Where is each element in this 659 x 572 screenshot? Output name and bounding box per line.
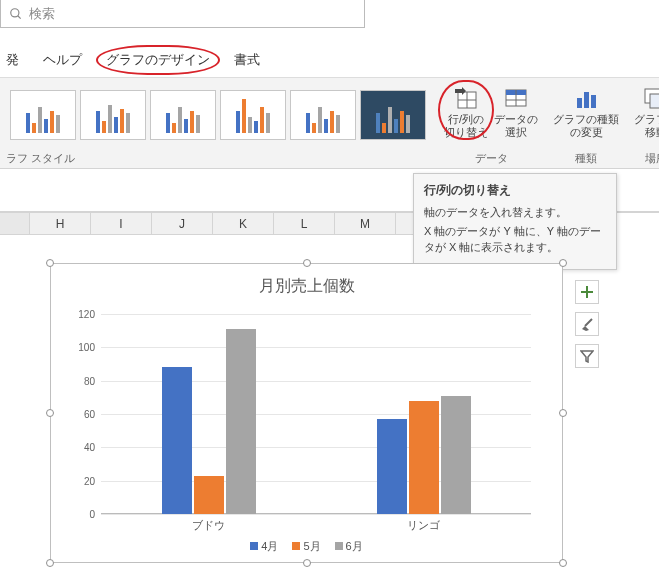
chart-bar[interactable] (441, 396, 471, 514)
tooltip-description: 軸のデータを入れ替えます。 (424, 205, 606, 220)
ribbon-group-location: グラフの 移動 場所 (626, 78, 659, 168)
tooltip-title: 行/列の切り替え (424, 182, 606, 199)
svg-rect-9 (577, 98, 582, 108)
y-tick: 40 (69, 442, 95, 453)
svg-rect-10 (584, 92, 589, 108)
chart-bar[interactable] (162, 367, 192, 514)
chart-style-thumb[interactable] (290, 90, 356, 140)
category-label: ブドウ (159, 518, 259, 533)
move-chart-button[interactable]: グラフの 移動 (632, 84, 659, 138)
select-data-icon (502, 86, 530, 110)
legend-item: 4月 (250, 539, 278, 554)
plus-icon (580, 285, 594, 299)
y-tick: 0 (69, 509, 95, 520)
col-header[interactable]: M (335, 213, 396, 235)
col-header[interactable]: I (91, 213, 152, 235)
select-all-cell[interactable] (0, 213, 30, 235)
chart-style-thumb[interactable] (80, 90, 146, 140)
resize-handle[interactable] (46, 409, 54, 417)
y-tick: 80 (69, 375, 95, 386)
category-label: リンゴ (374, 518, 474, 533)
switch-row-column-button[interactable]: 行/列の 切り替え (442, 84, 490, 138)
tooltip-switch-row-column: 行/列の切り替え 軸のデータを入れ替えます。 X 軸のデータが Y 軸に、Y 軸… (413, 173, 617, 270)
tab-developer[interactable]: 発 (2, 49, 23, 71)
chart-title[interactable]: 月別売上個数 (51, 264, 562, 303)
y-tick: 20 (69, 475, 95, 486)
col-header[interactable]: H (30, 213, 91, 235)
resize-handle[interactable] (46, 559, 54, 567)
search-icon (9, 7, 23, 21)
resize-handle[interactable] (559, 559, 567, 567)
tooltip-description: X 軸のデータが Y 軸に、Y 軸のデータが X 軸に表示されます。 (424, 224, 606, 255)
y-tick: 120 (69, 309, 95, 320)
svg-point-0 (11, 8, 19, 16)
y-tick: 100 (69, 342, 95, 353)
chart-style-thumb[interactable] (150, 90, 216, 140)
ribbon-group-type: グラフの種類 の変更 種類 (546, 78, 626, 168)
search-placeholder: 検索 (29, 5, 55, 23)
switch-row-column-icon (452, 86, 480, 110)
embedded-chart[interactable]: 月別売上個数 020406080100120ブドウリンゴ 4月 5月 6月 (50, 263, 563, 563)
resize-handle[interactable] (559, 409, 567, 417)
legend-item: 6月 (335, 539, 363, 554)
chart-bar[interactable] (409, 401, 439, 514)
group-label-type: 種類 (575, 151, 597, 166)
tab-format[interactable]: 書式 (230, 49, 264, 71)
resize-handle[interactable] (303, 559, 311, 567)
svg-line-1 (18, 15, 21, 18)
brush-icon (580, 317, 594, 331)
chart-filter-button[interactable] (575, 344, 599, 368)
svg-rect-2 (458, 92, 476, 108)
legend-item: 5月 (292, 539, 320, 554)
col-header[interactable]: J (152, 213, 213, 235)
chart-element-tools (575, 280, 599, 368)
resize-handle[interactable] (303, 259, 311, 267)
change-chart-type-icon (572, 86, 600, 110)
y-tick: 60 (69, 409, 95, 420)
group-label-location: 場所 (645, 151, 659, 166)
chart-style-thumb[interactable] (220, 90, 286, 140)
chart-bar[interactable] (226, 329, 256, 514)
chart-style-gallery[interactable] (6, 84, 430, 140)
ribbon: ラフ スタイル 行/列の 切り替え データの 選択 データ (0, 77, 659, 169)
col-header[interactable]: L (274, 213, 335, 235)
group-label-data: データ (475, 151, 508, 166)
svg-rect-13 (650, 94, 659, 108)
chart-styles-button[interactable] (575, 312, 599, 336)
search-box[interactable]: 検索 (0, 0, 365, 28)
resize-handle[interactable] (559, 259, 567, 267)
svg-rect-11 (591, 95, 596, 108)
chart-style-thumb[interactable] (10, 90, 76, 140)
tab-help[interactable]: ヘルプ (39, 49, 86, 71)
chart-plot-area[interactable]: 020406080100120ブドウリンゴ (101, 314, 531, 514)
svg-line-16 (585, 319, 592, 326)
ribbon-group-data: 行/列の 切り替え データの 選択 データ (436, 78, 546, 168)
move-chart-icon (642, 86, 659, 110)
ribbon-tabs: 発 ヘルプ グラフのデザイン 書式 (0, 48, 266, 72)
chart-legend[interactable]: 4月 5月 6月 (51, 539, 562, 554)
select-data-button[interactable]: データの 選択 (492, 84, 540, 138)
tab-chart-design[interactable]: グラフのデザイン (102, 49, 214, 71)
chart-elements-button[interactable] (575, 280, 599, 304)
group-label-chart-styles: ラフ スタイル (6, 151, 75, 166)
funnel-icon (580, 349, 594, 363)
col-header[interactable]: K (213, 213, 274, 235)
chart-bar[interactable] (377, 419, 407, 514)
resize-handle[interactable] (46, 259, 54, 267)
change-chart-type-button[interactable]: グラフの種類 の変更 (552, 84, 620, 138)
chart-style-thumb[interactable] (360, 90, 426, 140)
chart-bar[interactable] (194, 476, 224, 514)
